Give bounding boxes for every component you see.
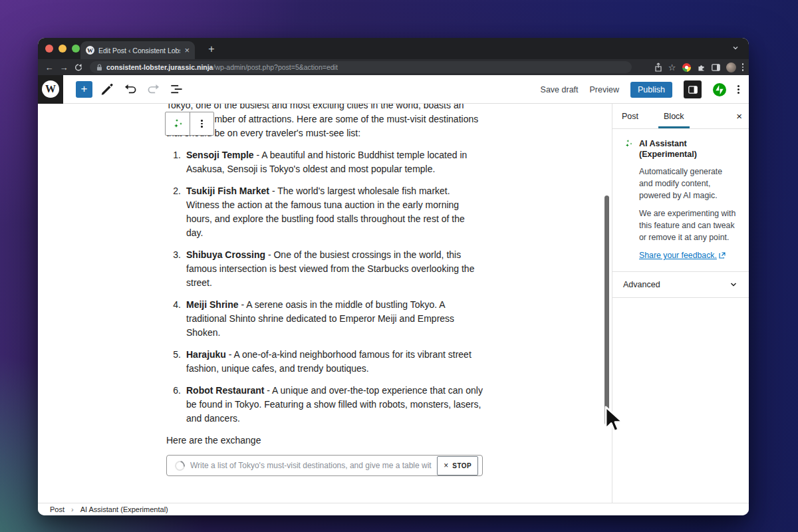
ai-sparkles-icon <box>171 117 184 130</box>
list-view-icon[interactable] <box>168 80 186 98</box>
lock-icon <box>96 64 102 71</box>
post-body[interactable]: Tokyo, one of the busiest and most excit… <box>166 104 483 476</box>
sidebar-tabs: Post Block × <box>612 104 749 129</box>
tab-title: Edit Post ‹ Consistent Lobster <box>98 47 180 55</box>
attraction-name: Meiji Shrine <box>186 299 239 310</box>
profile-avatar[interactable] <box>726 63 736 72</box>
close-window-button[interactable] <box>45 45 53 53</box>
chevron-down-icon[interactable] <box>732 44 739 52</box>
list-item: 1. Sensoji Temple - A beautiful and hist… <box>166 148 483 176</box>
jetpack-icon[interactable] <box>713 83 726 96</box>
wordpress-logo[interactable]: W <box>38 75 63 104</box>
save-draft-button[interactable]: Save draft <box>541 85 579 94</box>
url-path: /wp-admin/post.php?post=5&action=edit <box>213 63 337 71</box>
block-options-button[interactable] <box>190 112 214 135</box>
list-item: 2. Tsukiji Fish Market - The world's lar… <box>166 184 483 240</box>
browser-navbar: ← → consistent-lobster.jurassic.ninja/wp… <box>38 59 749 75</box>
wp-editor-toolbar: W + Save draft Preview Publish <box>38 75 749 104</box>
intro-line-1: Tokyo, one of the busiest and most excit… <box>166 104 483 112</box>
scrollbar-thumb[interactable] <box>604 196 609 425</box>
block-card-title: AI Assistant (Experimental) <box>639 138 738 160</box>
maximize-window-button[interactable] <box>72 45 80 53</box>
attraction-desc: - A one-of-a-kind neighborhood famous fo… <box>186 349 471 374</box>
breadcrumb-root[interactable]: Post <box>50 505 65 513</box>
list-text: Robot Restaurant - A unique and over-the… <box>186 384 483 426</box>
list-number: 6. <box>166 384 181 426</box>
redo-icon <box>145 80 162 98</box>
publish-button[interactable]: Publish <box>630 82 672 98</box>
attraction-name: Sensoji Temple <box>186 150 254 160</box>
bookmark-star-icon[interactable]: ☆ <box>668 63 676 72</box>
block-inserter-button[interactable]: + <box>76 81 92 98</box>
tab-strip: W Edit Post ‹ Consistent Lobster × + <box>38 38 749 59</box>
minimize-window-button[interactable] <box>59 45 66 53</box>
attraction-name: Robot Restaurant <box>186 385 264 396</box>
advanced-section-toggle[interactable]: Advanced <box>612 271 749 298</box>
browser-menu-icon[interactable] <box>742 63 744 71</box>
ai-sparkles-icon <box>623 138 634 149</box>
list-text: Meiji Shrine - A serene oasis in the mid… <box>186 298 483 340</box>
url-text: consistent-lobster.jurassic.ninja/wp-adm… <box>106 63 338 71</box>
share-feedback-link[interactable]: Share your feedback. <box>639 251 726 260</box>
list-item: 6. Robot Restaurant - A unique and over-… <box>166 384 483 426</box>
block-breadcrumb: Post › AI Assistant (Experimental) <box>38 503 749 515</box>
block-card-desc-1: Automatically generate and modify conten… <box>639 166 738 201</box>
edit-mode-pencil-icon[interactable] <box>98 80 116 98</box>
ai-prompt-text[interactable]: Write a list of Tokyo's must-visit desti… <box>190 459 432 473</box>
attraction-name: Harajuku <box>186 349 226 360</box>
stop-label: STOP <box>452 459 471 473</box>
list-text: Sensoji Temple - A beautiful and histori… <box>186 148 483 176</box>
ai-prompt-box[interactable]: Write a list of Tokyo's must-visit desti… <box>166 455 483 476</box>
url-host: consistent-lobster.jurassic.ninja <box>106 63 213 71</box>
block-toolbar <box>165 112 214 136</box>
list-text: Harajuku - A one-of-a-kind neighborhood … <box>186 348 483 376</box>
close-sidebar-icon[interactable]: × <box>736 104 742 128</box>
mouse-cursor <box>600 406 627 436</box>
ai-block-button[interactable] <box>166 112 190 135</box>
external-link-icon <box>719 252 726 259</box>
block-card: AI Assistant (Experimental) Automaticall… <box>612 129 749 271</box>
breadcrumb-current: AI Assistant (Experimental) <box>80 505 168 513</box>
wordpress-favicon-icon: W <box>86 46 94 55</box>
new-tab-button[interactable]: + <box>203 41 220 58</box>
chevron-down-icon <box>729 280 738 289</box>
share-icon[interactable] <box>654 63 662 72</box>
list-text: Shibuya Crossing - One of the busiest cr… <box>186 248 483 290</box>
forward-icon[interactable]: → <box>57 63 71 72</box>
editor-canvas[interactable]: Tokyo, one of the busiest and most excit… <box>38 104 612 503</box>
list-number: 4. <box>166 298 181 340</box>
editor-content: Tokyo, one of the busiest and most excit… <box>38 104 749 503</box>
browser-tab[interactable]: W Edit Post ‹ Consistent Lobster × <box>80 41 195 59</box>
undo-icon[interactable] <box>122 80 139 98</box>
settings-toggle-button[interactable] <box>684 80 702 98</box>
list-item: 5. Harajuku - A one-of-a-kind neighborho… <box>166 348 483 376</box>
settings-panel-icon <box>688 86 698 94</box>
preview-button[interactable]: Preview <box>590 85 619 94</box>
tab-post[interactable]: Post <box>612 104 644 128</box>
back-icon[interactable]: ← <box>42 63 57 72</box>
block-card-desc-2: We are experimenting with this feature a… <box>639 207 738 243</box>
url-bar[interactable]: consistent-lobster.jurassic.ninja/wp-adm… <box>90 61 632 73</box>
traffic-lights <box>45 45 80 53</box>
settings-sidebar: Post Block × AI Assistant (Experimental)… <box>612 104 749 503</box>
wordpress-logo-icon: W <box>42 80 59 98</box>
stop-button[interactable]: × STOP <box>437 456 478 475</box>
reload-icon[interactable] <box>71 63 86 72</box>
extension-colorwheel-icon[interactable] <box>682 63 691 72</box>
editor-options-icon[interactable] <box>737 85 739 94</box>
share-feedback-label: Share your feedback. <box>639 251 717 260</box>
extensions-puzzle-icon[interactable] <box>697 63 706 72</box>
tab-close-icon[interactable]: × <box>184 46 190 55</box>
browser-sidebar-icon[interactable] <box>712 64 720 71</box>
attractions-list: 1. Sensoji Temple - A beautiful and hist… <box>166 148 483 426</box>
list-item: 4. Meiji Shrine - A serene oasis in the … <box>166 298 483 340</box>
advanced-label: Advanced <box>623 280 660 289</box>
tab-block[interactable]: Block <box>658 104 690 128</box>
breadcrumb-separator: › <box>71 505 74 513</box>
browser-window: W Edit Post ‹ Consistent Lobster × + ← →… <box>38 38 749 515</box>
attraction-name: Shibuya Crossing <box>186 249 265 260</box>
list-number: 3. <box>166 248 181 290</box>
block-options-icon <box>201 120 203 128</box>
attraction-name: Tsukiji Fish Market <box>186 186 269 196</box>
list-number: 1. <box>166 148 181 176</box>
